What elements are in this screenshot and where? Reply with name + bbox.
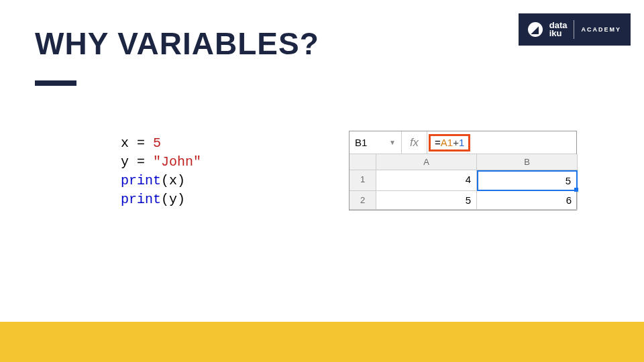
cell-a2: 5 xyxy=(376,191,477,210)
cell-reference-box: B1 ▼ xyxy=(350,131,402,154)
bottom-accent-bar xyxy=(0,322,644,362)
fx-icon: fx xyxy=(402,131,427,154)
corner-header xyxy=(350,154,376,170)
brand-logo: ◢ data iku ACADEMY xyxy=(519,13,631,46)
code-example: x = 5 y = "John" print(x) print(y) xyxy=(121,134,201,209)
spreadsheet-example: B1 ▼ fx =A1+1 A B 1 4 5 2 5 6 xyxy=(349,131,577,210)
academy-label: ACADEMY xyxy=(581,26,621,33)
row-header-1: 1 xyxy=(350,170,376,191)
col-header-a: A xyxy=(376,154,477,170)
divider xyxy=(574,20,574,39)
formula-bar: =A1+1 xyxy=(429,134,470,152)
cell-a1: 4 xyxy=(376,170,477,191)
slide-title: WHY VARIABLES? xyxy=(35,25,319,62)
col-header-b: B xyxy=(477,154,578,170)
dropdown-icon: ▼ xyxy=(389,139,396,146)
title-underline xyxy=(35,80,76,86)
cell-b2: 6 xyxy=(477,191,578,210)
spreadsheet-toolbar: B1 ▼ fx =A1+1 xyxy=(350,131,576,154)
bird-icon: ◢ xyxy=(528,22,543,37)
row-header-2: 2 xyxy=(350,191,376,210)
cell-b1: 5 xyxy=(477,170,578,191)
brand-name: data iku xyxy=(549,21,568,37)
spreadsheet-grid: A B 1 4 5 2 5 6 xyxy=(350,154,576,210)
